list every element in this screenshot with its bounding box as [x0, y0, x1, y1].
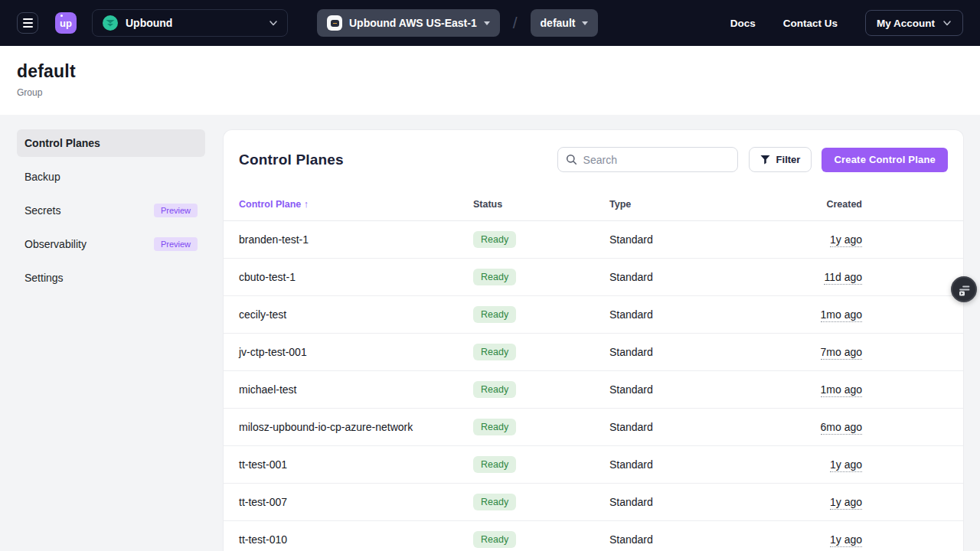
control-planes-panel: Control Planes Filter Create Control Pla… [223, 129, 964, 551]
table-row[interactable]: tt-test-001 Ready Standard 1y ago [224, 446, 963, 484]
page-subtitle: Group [17, 87, 963, 98]
organization-name: Upbound [126, 17, 172, 29]
control-plane-type: Standard [609, 233, 751, 246]
status-badge: Ready [473, 306, 516, 323]
control-plane-type: Standard [609, 346, 751, 358]
created-timestamp[interactable]: 7mo ago [821, 346, 862, 360]
sidebar-item-label: Control Planes [24, 137, 100, 149]
created-timestamp[interactable]: 11d ago [824, 271, 862, 285]
panel-header: Control Planes Filter Create Control Pla… [224, 130, 963, 172]
created-timestamp[interactable]: 6mo ago [821, 421, 862, 435]
preview-badge: Preview [154, 237, 198, 251]
space-selector[interactable]: Upbound AWS US-East-1 [317, 9, 500, 37]
column-header-created[interactable]: Created [751, 199, 862, 210]
my-account-button[interactable]: My Account [865, 10, 963, 36]
changelog-list-icon [958, 283, 971, 296]
status-badge: Ready [473, 344, 516, 360]
status-badge: Ready [473, 381, 516, 398]
control-plane-name: tt-test-010 [239, 533, 473, 546]
status-badge: Ready [473, 419, 516, 435]
status-badge: Ready [473, 231, 516, 248]
control-plane-name: tt-test-007 [239, 496, 473, 508]
organization-icon [102, 15, 119, 31]
search-input[interactable] [583, 154, 730, 166]
table-row[interactable]: tt-test-010 Ready Standard 1y ago [224, 521, 963, 551]
control-plane-name: cbuto-test-1 [239, 271, 473, 283]
control-plane-name: cecily-test [239, 308, 473, 321]
hamburger-menu-icon[interactable] [17, 12, 38, 34]
control-plane-type: Standard [609, 271, 751, 283]
content-area: Control Planes Backup Secrets Preview Ob… [0, 115, 980, 551]
sidebar: Control Planes Backup Secrets Preview Ob… [0, 129, 223, 551]
page-title: default [17, 61, 963, 82]
organization-selector[interactable]: Upbound [92, 9, 288, 37]
sidebar-item-observability[interactable]: Observability Preview [17, 230, 205, 258]
sidebar-item-label: Observability [24, 238, 87, 250]
breadcrumb-separator: / [513, 14, 518, 32]
control-plane-type: Standard [609, 533, 751, 546]
table-row[interactable]: michael-test Ready Standard 1mo ago [224, 371, 963, 409]
sidebar-item-label: Backup [24, 171, 60, 183]
status-badge: Ready [473, 269, 516, 285]
sidebar-item-label: Secrets [24, 204, 60, 217]
sort-ascending-icon: ↑ [304, 199, 309, 210]
created-timestamp[interactable]: 1y ago [830, 533, 862, 547]
table-row[interactable]: cecily-test Ready Standard 1mo ago [224, 296, 963, 334]
status-badge: Ready [473, 531, 516, 548]
group-selector[interactable]: default [531, 9, 599, 37]
created-timestamp[interactable]: 1mo ago [821, 383, 862, 397]
status-badge: Ready [473, 494, 516, 510]
feedback-widget-button[interactable] [951, 276, 977, 302]
created-timestamp[interactable]: 1mo ago [821, 308, 862, 322]
filter-label: Filter [776, 154, 801, 165]
my-account-label: My Account [877, 18, 935, 29]
create-control-plane-button[interactable]: Create Control Plane [822, 148, 948, 172]
table-row[interactable]: tt-test-007 Ready Standard 1y ago [224, 484, 963, 521]
navbar-right: Docs Contact Us My Account [730, 10, 963, 36]
space-name: Upbound AWS US-East-1 [349, 17, 477, 29]
sidebar-item-label: Settings [24, 272, 64, 284]
docs-link[interactable]: Docs [730, 18, 756, 29]
control-plane-name: tt-test-001 [239, 458, 473, 471]
control-plane-name: milosz-upbound-io-cp-azure-network [239, 421, 473, 433]
group-name: default [541, 17, 576, 29]
chevron-down-icon [269, 18, 278, 28]
created-timestamp[interactable]: 1y ago [830, 496, 862, 510]
table-header-row: Control Plane ↑ Status Type Created [224, 187, 963, 221]
control-plane-type: Standard [609, 308, 751, 321]
created-timestamp[interactable]: 1y ago [830, 233, 862, 247]
contact-us-link[interactable]: Contact Us [783, 18, 838, 29]
chevron-down-icon [942, 18, 952, 28]
control-plane-name: jv-ctp-test-001 [239, 346, 473, 358]
filter-button[interactable]: Filter [749, 147, 812, 172]
preview-badge: Preview [154, 204, 198, 217]
sidebar-item-settings[interactable]: Settings [17, 264, 205, 292]
table-body: branden-test-1 Ready Standard 1y ago cbu… [224, 221, 963, 551]
sidebar-item-control-planes[interactable]: Control Planes [17, 129, 205, 157]
control-plane-type: Standard [609, 496, 751, 508]
top-navbar: up Upbound Upbound AWS US-East-1 / defau… [0, 0, 980, 46]
column-header-type[interactable]: Type [609, 199, 751, 210]
caret-down-icon [582, 21, 588, 25]
control-plane-type: Standard [609, 421, 751, 433]
logo-text: up [60, 18, 72, 29]
status-badge: Ready [473, 456, 516, 473]
column-header-control-plane[interactable]: Control Plane ↑ [239, 199, 473, 210]
search-icon [566, 154, 577, 165]
control-plane-name: branden-test-1 [239, 233, 473, 246]
upbound-logo[interactable]: up [55, 12, 77, 34]
page-header: default Group [0, 46, 980, 115]
table-row[interactable]: cbuto-test-1 Ready Standard 11d ago [224, 259, 963, 296]
table-row[interactable]: branden-test-1 Ready Standard 1y ago [224, 221, 963, 259]
column-header-status[interactable]: Status [473, 199, 609, 210]
control-plane-name: michael-test [239, 383, 473, 396]
control-plane-type: Standard [609, 383, 751, 396]
sidebar-item-secrets[interactable]: Secrets Preview [17, 197, 205, 224]
table-row[interactable]: milosz-upbound-io-cp-azure-network Ready… [224, 409, 963, 446]
filter-funnel-icon [760, 155, 770, 165]
table-row[interactable]: jv-ctp-test-001 Ready Standard 7mo ago [224, 334, 963, 371]
caret-down-icon [484, 21, 490, 25]
search-box [557, 147, 738, 172]
created-timestamp[interactable]: 1y ago [830, 458, 862, 472]
sidebar-item-backup[interactable]: Backup [17, 163, 205, 191]
